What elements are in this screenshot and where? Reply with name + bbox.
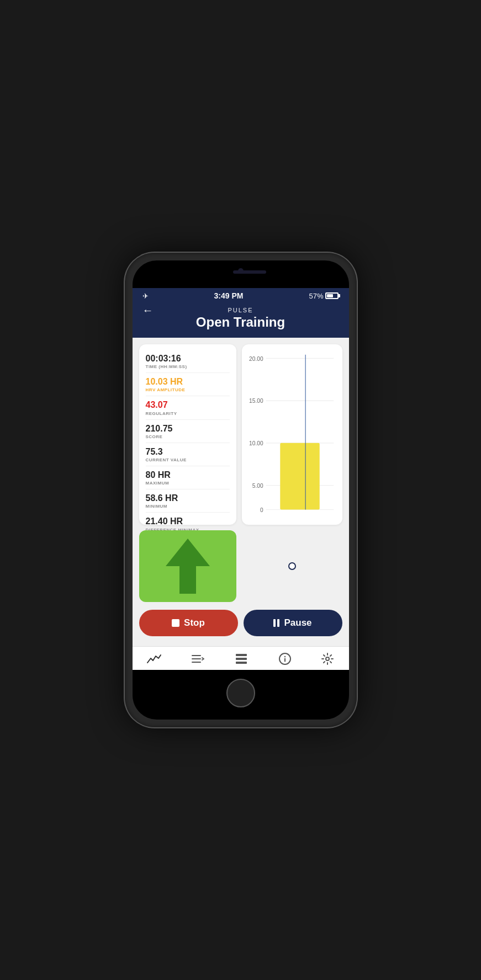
arrow-box bbox=[139, 530, 237, 602]
home-button[interactable] bbox=[226, 679, 255, 707]
phone-device: ✈ 3:49 PM 57% ← PULSE Open Training bbox=[125, 253, 357, 727]
battery-fill bbox=[327, 294, 333, 297]
tab-settings[interactable] bbox=[321, 652, 334, 665]
info-icon bbox=[278, 652, 292, 665]
pause-label: Pause bbox=[284, 617, 311, 629]
sessions-icon bbox=[234, 653, 249, 665]
stat-min-label: MINIMUM bbox=[146, 504, 230, 509]
controls-row: Stop Pause bbox=[139, 608, 342, 640]
stat-current-label: CURRENT VALUE bbox=[146, 457, 230, 462]
status-left: ✈ bbox=[142, 292, 149, 300]
stat-max-value: 80 HR bbox=[146, 470, 230, 480]
page-title: Open Training bbox=[142, 315, 339, 330]
airplane-icon: ✈ bbox=[142, 292, 149, 300]
stat-hrv: 10.03 HR HRV AMPLITUDE bbox=[146, 373, 230, 396]
svg-rect-14 bbox=[236, 654, 247, 656]
svg-rect-19 bbox=[284, 658, 286, 662]
svg-marker-10 bbox=[166, 539, 210, 594]
stat-diff-value: 21.40 HR bbox=[146, 516, 230, 526]
dot-indicator-container bbox=[242, 562, 342, 570]
stat-regularity: 43.07 REGULARITY bbox=[146, 396, 230, 419]
stop-button[interactable]: Stop bbox=[139, 610, 238, 636]
header-top: ← PULSE bbox=[142, 307, 339, 313]
speaker bbox=[233, 270, 266, 274]
stat-min: 58.6 HR MINIMUM bbox=[146, 489, 230, 513]
app-screen: ✈ 3:49 PM 57% ← PULSE Open Training bbox=[133, 288, 349, 670]
svg-text:10.00: 10.00 bbox=[249, 440, 263, 446]
svg-text:20.00: 20.00 bbox=[249, 355, 263, 361]
status-time: 3:49 PM bbox=[214, 291, 244, 300]
stat-hrv-label: HRV AMPLITUDE bbox=[146, 387, 230, 392]
tab-info[interactable] bbox=[278, 652, 292, 665]
pause-icon bbox=[273, 619, 279, 627]
tab-activity[interactable] bbox=[147, 653, 161, 665]
dot-indicator bbox=[288, 562, 296, 570]
stat-score-label: SCORE bbox=[146, 434, 230, 439]
main-content: 00:03:16 TIME (HH:MM:SS) 10.03 HR HRV AM… bbox=[133, 338, 349, 646]
svg-point-18 bbox=[284, 656, 285, 657]
bottom-row bbox=[139, 530, 342, 602]
stat-regularity-label: REGULARITY bbox=[146, 411, 230, 416]
training-icon bbox=[191, 653, 205, 665]
stat-regularity-value: 43.07 bbox=[146, 400, 230, 410]
stat-min-value: 58.6 HR bbox=[146, 493, 230, 503]
svg-text:0: 0 bbox=[260, 506, 263, 513]
battery-icon bbox=[325, 292, 339, 299]
up-arrow-icon bbox=[163, 536, 213, 596]
stats-card: 00:03:16 TIME (HH:MM:SS) 10.03 HR HRV AM… bbox=[139, 344, 237, 525]
chart-card: 20.00 15.00 10.00 5.00 0 bbox=[242, 344, 342, 525]
status-right: 57% bbox=[309, 292, 339, 300]
pause-bar-1 bbox=[273, 619, 276, 627]
chart-svg: 20.00 15.00 10.00 5.00 0 bbox=[246, 350, 336, 519]
stat-score-value: 210.75 bbox=[146, 423, 230, 434]
stat-hrv-value: 10.03 HR bbox=[146, 376, 230, 387]
tab-training[interactable] bbox=[191, 653, 205, 665]
pause-button[interactable]: Pause bbox=[244, 610, 342, 636]
settings-icon bbox=[321, 652, 334, 665]
activity-icon bbox=[147, 653, 161, 665]
header: ← PULSE Open Training bbox=[133, 303, 349, 338]
stat-current: 75.3 CURRENT VALUE bbox=[146, 443, 230, 466]
tab-sessions[interactable] bbox=[234, 653, 249, 665]
chart-bar bbox=[280, 443, 319, 510]
pause-bar-2 bbox=[277, 619, 279, 627]
tab-bar bbox=[133, 646, 349, 670]
svg-point-20 bbox=[326, 657, 329, 661]
svg-text:5.00: 5.00 bbox=[252, 482, 263, 489]
status-bar: ✈ 3:49 PM 57% bbox=[133, 288, 349, 303]
stop-label: Stop bbox=[184, 617, 205, 629]
stat-max-label: MAXIMUM bbox=[146, 481, 230, 486]
app-name: PULSE bbox=[228, 307, 253, 313]
stat-time: 00:03:16 TIME (HH:MM:SS) bbox=[146, 350, 230, 373]
stat-max: 80 HR MAXIMUM bbox=[146, 466, 230, 489]
stat-score: 210.75 SCORE bbox=[146, 420, 230, 443]
svg-text:15.00: 15.00 bbox=[249, 397, 263, 404]
svg-rect-16 bbox=[236, 662, 247, 664]
phone-screen-container: ✈ 3:49 PM 57% ← PULSE Open Training bbox=[133, 260, 349, 720]
stat-time-label: TIME (HH:MM:SS) bbox=[146, 364, 230, 369]
top-row: 00:03:16 TIME (HH:MM:SS) 10.03 HR HRV AM… bbox=[139, 344, 342, 525]
stop-icon bbox=[172, 619, 179, 627]
stat-time-value: 00:03:16 bbox=[146, 353, 230, 364]
back-button[interactable]: ← bbox=[142, 304, 154, 317]
battery-percent: 57% bbox=[309, 292, 323, 300]
svg-rect-15 bbox=[236, 658, 247, 660]
stat-current-value: 75.3 bbox=[146, 446, 230, 457]
